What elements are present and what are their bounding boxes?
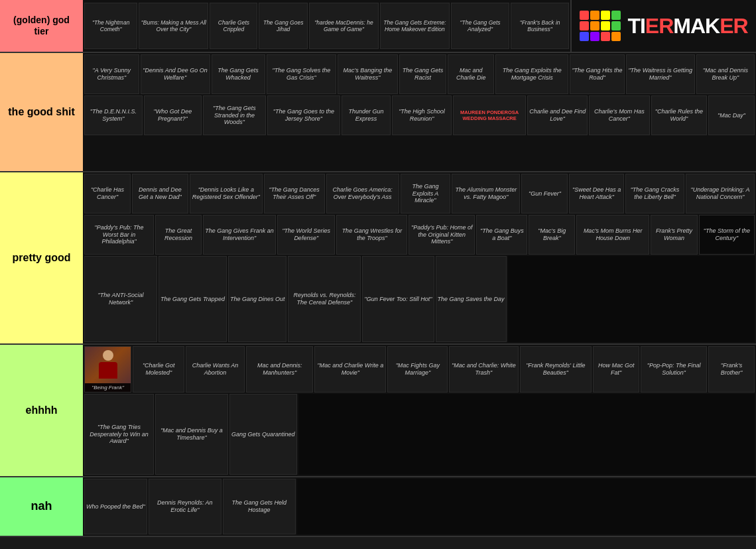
- episode-card[interactable]: "The Waitress is Getting Married": [626, 54, 695, 94]
- episode-card[interactable]: "The Gang Gets Stranded in the Woods": [203, 95, 266, 135]
- golden-tier-label: (golden) godtier: [0, 0, 83, 52]
- being-frank-card[interactable]: "Being Frank": [84, 346, 131, 393]
- episode-card[interactable]: Charlie Goes America: Over Everybody's A…: [326, 174, 399, 213]
- episode-card[interactable]: "Charlie Rules the World": [651, 95, 707, 135]
- episode-card[interactable]: "Charlie Has Cancer": [84, 174, 131, 213]
- episode-card[interactable]: "Underage Drinking: A National Concern": [686, 174, 755, 213]
- being-frank-image: [85, 347, 131, 383]
- nah-tier-content: Who Pooped the Bed" Dennis Reynolds: An …: [83, 477, 756, 536]
- episode-card[interactable]: "Frank's Brother": [708, 346, 755, 393]
- episode-card[interactable]: The Gang Gets Racist: [399, 54, 447, 94]
- episode-card[interactable]: The Gang Wrestles for the Troops": [336, 215, 407, 255]
- episode-card[interactable]: "Bums: Making a Mess All Over the City": [139, 3, 208, 49]
- episode-card[interactable]: The Gang Gives Frank an Intervention": [203, 215, 276, 255]
- episode-card[interactable]: "The Gang Tries Desperately to Win an Aw…: [84, 394, 154, 475]
- episode-card[interactable]: Mac's Banging the Waitress": [338, 54, 397, 94]
- episode-card[interactable]: "The High School Reunion": [392, 95, 452, 135]
- episode-card[interactable]: The Gang Gets Whacked: [212, 54, 265, 94]
- episode-card[interactable]: "Sweet Dee Has a Heart Attack": [569, 174, 624, 213]
- episode-card[interactable]: "Frank Reynolds' Little Beauties": [520, 346, 592, 393]
- episode-card[interactable]: "The Gang Buys a Boat": [476, 215, 527, 255]
- episode-card[interactable]: "Paddy's Pub: The Worst Bar in Philadelp…: [84, 215, 154, 255]
- episode-card[interactable]: Frank's Pretty Woman: [651, 215, 698, 255]
- episode-card[interactable]: "The D.E.N.N.I.S. System": [84, 95, 143, 135]
- episode-card[interactable]: Mac's Mom Burns Her House Down: [576, 215, 649, 255]
- good-tier-content: "A Very Sunny Christmas" "Dennis And Dee…: [83, 53, 756, 171]
- frank-figure: [95, 350, 121, 380]
- episode-card[interactable]: "Mac and Charlie: White Trash": [449, 346, 518, 393]
- episode-card[interactable]: Who Pooped the Bed": [84, 479, 147, 534]
- episode-card[interactable]: Dennis Reynolds: An Erotic Life": [149, 479, 221, 534]
- episode-card[interactable]: The Gang Goes Jihad: [259, 3, 308, 49]
- episode-card[interactable]: "The Storm of the Century": [699, 215, 755, 255]
- pretty-good-tier-content: "Charlie Has Cancer" Dennis and Dee Get …: [83, 172, 756, 343]
- episode-card[interactable]: "The Gang Hits the Road": [570, 54, 624, 94]
- golden-tier-row: (golden) godtier "The Nightman Cometh" "…: [0, 0, 756, 53]
- episode-card[interactable]: "The Gang Gets Analyzed": [451, 3, 509, 49]
- episode-card[interactable]: The Great Recession: [155, 215, 202, 255]
- episode-card[interactable]: Reynolds vs. Reynolds: The Cereal Defens…: [288, 256, 361, 342]
- episode-card[interactable]: Mac and Dennis: Manhunters": [246, 346, 313, 393]
- pretty-good-tier-row: pretty good "Charlie Has Cancer" Dennis …: [0, 172, 756, 345]
- episode-card[interactable]: "Charlie Got Molested": [133, 346, 184, 393]
- tiermaker-logo: TiERMAKER: [570, 0, 756, 52]
- episode-card[interactable]: MAUREEN PONDEROSA WEDDING MASSACRE: [453, 95, 526, 135]
- episode-card[interactable]: "The ANTI-Social Network": [84, 256, 157, 342]
- episode-card[interactable]: Charlie and Dee Find Love": [527, 95, 588, 135]
- episode-card[interactable]: "The Gang Solves the Gas Crisis": [267, 54, 337, 94]
- tier-list: (golden) godtier "The Nightman Cometh" "…: [0, 0, 756, 537]
- episode-card[interactable]: "Dennis And Dee Go On Welfare": [141, 54, 210, 94]
- episode-card[interactable]: "Frank's Back in Business": [511, 3, 569, 49]
- tiermaker-text: TiERMAKER: [627, 14, 747, 38]
- episode-card[interactable]: The Gang Gets Trapped: [158, 256, 227, 342]
- episode-card[interactable]: "Gun Fever": [521, 174, 568, 213]
- episode-card[interactable]: Charlie Gets Crippled: [210, 3, 257, 49]
- pretty-good-tier-label: pretty good: [0, 172, 83, 343]
- nah-tier-row: nah Who Pooped the Bed" Dennis Reynolds:…: [0, 477, 756, 537]
- episode-card[interactable]: "Pop-Pop: The Final Solution": [641, 346, 707, 393]
- episode-card[interactable]: Gang Gets Quarantined: [229, 394, 297, 475]
- episode-card[interactable]: "hardee MacDennis: he Game of Game": [309, 3, 379, 49]
- episode-card[interactable]: "Gun Fever Too: Still Hot": [362, 256, 434, 342]
- episode-card[interactable]: "Mac Fights Gay Marriage": [387, 346, 448, 393]
- episode-card[interactable]: "The Nightman Cometh": [84, 3, 137, 49]
- golden-tier-content: "The Nightman Cometh" "Bums: Making a Me…: [83, 0, 570, 52]
- episode-card[interactable]: "The Gang Goes to the Jersey Shore": [267, 95, 340, 135]
- being-frank-label: "Being Frank": [85, 383, 131, 392]
- ehhhh-tier-row: ehhhh "Being Frank" "Charlie Got Moleste…: [0, 345, 756, 477]
- episode-card[interactable]: "A Very Sunny Christmas": [84, 54, 139, 94]
- nah-tier-label: nah: [0, 477, 83, 536]
- episode-card[interactable]: "The World Series Defense": [277, 215, 335, 255]
- episode-card[interactable]: Charlie Wants An Abortion: [186, 346, 245, 393]
- episode-card[interactable]: "Who Got Dee Pregnant?": [144, 95, 202, 135]
- episode-card[interactable]: The Gang Saves the Day: [436, 256, 507, 342]
- episode-card[interactable]: "Mac and Charlie Write a Movie": [314, 346, 386, 393]
- ehhhh-tier-label: ehhhh: [0, 345, 83, 476]
- episode-card[interactable]: The Gang Exploits the Mortgage Crisis: [495, 54, 568, 94]
- episode-card[interactable]: The Gang Gets Extreme: Home Makeover Edi…: [380, 3, 450, 49]
- episode-card[interactable]: The Gang Gets Held Hostage: [223, 479, 296, 534]
- good-tier-label: the good shit: [0, 53, 83, 171]
- episode-card[interactable]: Thunder Gun Express: [342, 95, 391, 135]
- ehhhh-tier-content: "Being Frank" "Charlie Got Molested" Cha…: [83, 345, 756, 476]
- episode-card[interactable]: Dennis and Dee Get a New Dad": [132, 174, 188, 213]
- episode-card[interactable]: Charlie's Mom Has Cancer": [589, 95, 649, 135]
- episode-card[interactable]: "The Gang Dances Their Asses Off": [264, 174, 325, 213]
- episode-card[interactable]: "The Gang Cracks the Liberty Bell": [625, 174, 684, 213]
- episode-card[interactable]: "Mac and Dennis Break Up": [696, 54, 755, 94]
- episode-card[interactable]: The Aluminum Monster vs. Fatty Magoo": [452, 174, 520, 213]
- good-tier-row: the good shit "A Very Sunny Christmas" "…: [0, 53, 756, 172]
- episode-card[interactable]: The Gang Exploits A Miracle": [401, 174, 451, 213]
- episode-card[interactable]: How Mac Got Fat": [593, 346, 639, 393]
- episode-card[interactable]: Mac and Charlie Die: [448, 54, 494, 94]
- episode-card[interactable]: "Mac Day": [708, 95, 755, 135]
- episode-card[interactable]: The Gang Dines Out: [228, 256, 287, 342]
- episode-card[interactable]: "Mac's Big Break": [529, 215, 575, 255]
- logo-grid: [580, 11, 621, 41]
- episode-card[interactable]: "Dennis Looks Like a Registered Sex Offe…: [190, 174, 263, 213]
- episode-card[interactable]: "Paddy's Pub: Home of the Original Kitte…: [409, 215, 475, 255]
- episode-card[interactable]: "Mac and Dennis Buy a Timeshare": [155, 394, 228, 475]
